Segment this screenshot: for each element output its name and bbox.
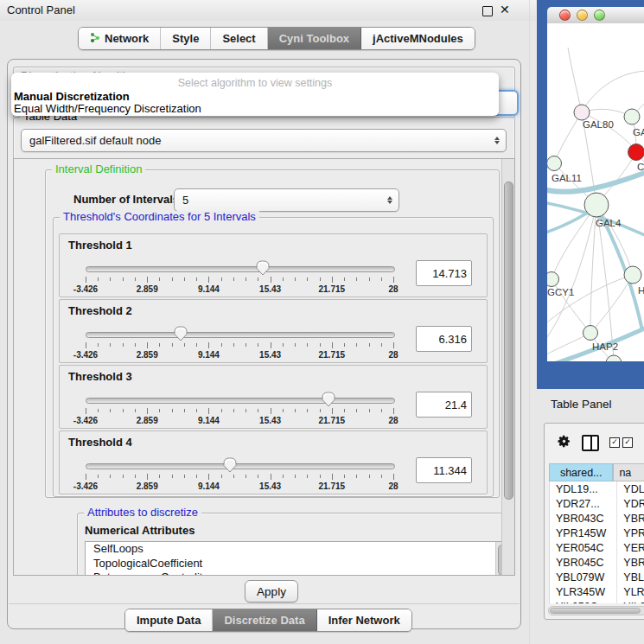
close-icon[interactable]: ✕	[500, 3, 510, 16]
select-columns-checkboxes-icon[interactable]: ✓✓	[609, 437, 633, 448]
table-row[interactable]: YBR043CYBR0	[550, 511, 644, 526]
slider-track[interactable]	[86, 398, 395, 404]
cell-shared-name[interactable]: YIL052C	[550, 599, 617, 603]
threshold-slider[interactable]: -3.4262.8599.14415.4321.71528	[86, 328, 393, 360]
network-node-gal80[interactable]	[574, 105, 590, 120]
interval-definition-group: Interval Definition Number of Intervals …	[45, 169, 500, 498]
attribute-list-item[interactable]: BetweennessCentrality	[86, 571, 507, 576]
tab-jactivemnodules[interactable]: jActiveMNodules	[361, 28, 475, 49]
table-body: YDL19...YDL1YDR27...YDR2YBR043CYBR0YPR14…	[549, 481, 644, 603]
slider-thumb[interactable]	[322, 392, 335, 411]
table-horizontal-scrollbar[interactable]	[548, 606, 644, 615]
slider-thumb[interactable]	[256, 260, 270, 279]
threshold-value-field[interactable]: 21.4	[416, 392, 472, 418]
cell-shared-name[interactable]: YLR345W	[550, 584, 617, 599]
split-divider[interactable]	[529, 0, 530, 644]
tab-impute-data[interactable]: Impute Data	[125, 609, 213, 631]
zoom-traffic-light-icon[interactable]	[594, 10, 605, 21]
network-node-hap2[interactable]	[583, 326, 598, 341]
tab-style[interactable]: Style	[161, 28, 211, 49]
cell-shared-name[interactable]: YBL079W	[550, 570, 617, 584]
network-node-c[interactable]	[628, 144, 644, 161]
cell-shared-name[interactable]: YBR045C	[550, 555, 617, 570]
tab-select[interactable]: Select	[211, 28, 267, 49]
slider-thumb[interactable]	[174, 326, 188, 345]
cell-name[interactable]: YBR0	[617, 511, 644, 526]
scale-label: 2.859	[137, 481, 158, 491]
network-node-gal11[interactable]	[547, 156, 562, 171]
column-header-name[interactable]: na	[613, 463, 644, 481]
float-window-icon[interactable]	[482, 6, 493, 16]
tab-cyni-toolbox[interactable]: Cyni Toolbox	[268, 28, 361, 49]
dropdown-option-equal-width-frequency[interactable]: Equal Width/Frequency Discretization	[14, 102, 201, 115]
tick-mark	[159, 475, 160, 478]
table-row[interactable]: YPR145WYPR1	[550, 526, 644, 540]
cell-shared-name[interactable]: YDL19...	[550, 481, 617, 496]
network-node-gcy1[interactable]	[547, 272, 559, 287]
numerical-attributes-list[interactable]: SelfLoopsTopologicalCoefficientBetweenne…	[85, 541, 508, 576]
cell-shared-name[interactable]: YDR27...	[550, 496, 617, 511]
attribute-list-item[interactable]: TopologicalCoefficient	[86, 557, 507, 571]
network-node-ga[interactable]	[624, 109, 640, 124]
threshold-panel-1: Threshold 1-3.4262.8599.14415.4321.71528…	[59, 233, 488, 297]
scale-label: -3.426	[73, 481, 98, 491]
tick-mark	[307, 409, 308, 412]
threshold-slider[interactable]: -3.4262.8599.14415.4321.71528	[86, 393, 393, 426]
tick-mark	[283, 343, 284, 347]
table-row[interactable]: YDR27...YDR2	[550, 496, 644, 511]
cell-shared-name[interactable]: YBR043C	[550, 511, 617, 526]
threshold-value-field[interactable]: 6.316	[416, 326, 472, 352]
close-traffic-light-icon[interactable]	[559, 10, 571, 21]
columns-icon[interactable]	[582, 435, 599, 451]
dropdown-option-manual-discretization[interactable]: Manual Discretization	[14, 90, 130, 103]
cell-name[interactable]: YBL0	[617, 570, 644, 584]
cell-name[interactable]: YPR1	[617, 526, 644, 540]
cell-name[interactable]: YER0	[617, 540, 644, 555]
network-window-titlebar[interactable]	[547, 7, 644, 24]
attribute-list-item[interactable]: SelfLoops	[86, 542, 507, 557]
table-row[interactable]: YBR045CYBR0	[550, 555, 644, 570]
slider-track[interactable]	[86, 332, 395, 338]
tick-mark	[381, 277, 382, 281]
tick-mark	[208, 408, 209, 414]
slider-thumb[interactable]	[223, 457, 237, 476]
cell-shared-name[interactable]: YPR145W	[550, 526, 617, 540]
network-canvas[interactable]: GAL80GACGAL11GAL4GCY1HHAP2	[547, 23, 644, 361]
scale-label: 9.144	[198, 416, 220, 425]
cell-shared-name[interactable]: YER054C	[550, 540, 617, 555]
network-node[interactable]	[606, 355, 622, 361]
table-row[interactable]: YDL19...YDL1	[550, 481, 644, 496]
number-of-intervals-combobox[interactable]: 5	[174, 188, 399, 212]
window-title: Control Panel	[7, 3, 75, 16]
apply-button[interactable]: Apply	[245, 580, 298, 603]
tab-discretize-data[interactable]: Discretize Data	[213, 609, 316, 631]
cell-name[interactable]: YIL0	[617, 599, 644, 603]
panel-scrollbar[interactable]	[501, 159, 514, 575]
tick-mark	[344, 475, 345, 478]
table-row[interactable]: YBL079WYBL0	[550, 570, 644, 584]
gear-icon[interactable]	[557, 434, 571, 452]
threshold-slider[interactable]: -3.4262.8599.14415.4321.71528	[86, 262, 393, 295]
network-node-h[interactable]	[624, 266, 641, 284]
slider-track[interactable]	[86, 266, 395, 272]
tick-mark	[184, 409, 185, 412]
threshold-slider[interactable]: -3.4262.8599.14415.4321.71528	[86, 459, 393, 492]
cell-name[interactable]: YBR0	[617, 555, 644, 570]
column-header-shared-name[interactable]: shared...	[549, 463, 613, 481]
table-row[interactable]: YIL052CYIL0	[550, 599, 644, 603]
cell-name[interactable]: YLR3	[617, 584, 644, 599]
table-row[interactable]: YLR345WYLR3	[550, 584, 644, 599]
cell-name[interactable]: YDL1	[617, 481, 644, 496]
network-node-gal4[interactable]	[584, 193, 609, 217]
table-data-combobox[interactable]: galFiltered.sif default node	[21, 129, 507, 152]
slider-track[interactable]	[86, 463, 395, 469]
threshold-value-field[interactable]: 14.713	[416, 260, 472, 286]
cell-name[interactable]: YDR2	[617, 496, 644, 511]
tick-mark	[245, 277, 246, 281]
tab-label: Discretize Data	[224, 614, 304, 627]
minimize-traffic-light-icon[interactable]	[577, 10, 588, 21]
threshold-value-field[interactable]: 11.344	[416, 457, 472, 483]
table-row[interactable]: YER054CYER0	[550, 540, 644, 555]
tab-network[interactable]: Network	[79, 28, 161, 49]
tab-infer-network[interactable]: Infer Network	[317, 609, 411, 631]
